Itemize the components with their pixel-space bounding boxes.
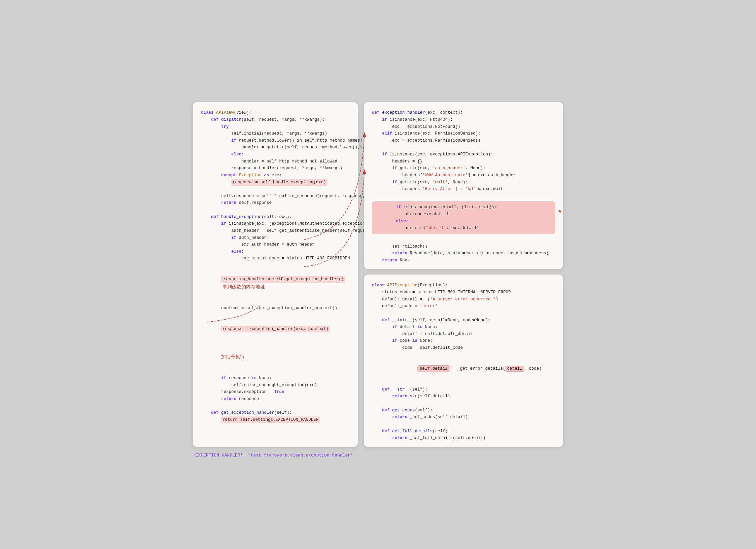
code-line: if request.method.lower() in self.http_m… — [201, 137, 350, 144]
code-line: if response is None: — [201, 375, 350, 382]
code-line: else: — [376, 218, 551, 225]
code-line: ​ — [372, 144, 555, 151]
code-line: class APIView(View): — [201, 109, 350, 116]
code-line: elif isinstance(exc, PermissionDenied): — [372, 130, 555, 137]
code-line: return str(self.detail) — [372, 393, 555, 400]
star-icon: ★ — [558, 205, 562, 217]
code-line: ​ — [201, 312, 350, 319]
code-line: else: — [201, 248, 350, 255]
code-line: ​ — [201, 262, 350, 269]
code-line: auth_header = self.get_authenticate_head… — [201, 227, 350, 234]
code-line: except Exception as exc: — [201, 172, 350, 179]
right-bottom-panel: class APIException(Exception): status_co… — [364, 274, 563, 447]
code-line: exc = exceptions.PermissionDenied() — [372, 137, 555, 144]
code-line: response.exception = True — [201, 389, 350, 396]
annotation-memory: 拿到函数的内存地址 — [221, 284, 265, 289]
left-code-block: class APIView(View): def dispatch(self, … — [201, 109, 350, 423]
code-line: def __init__(self, detail=None, code=Non… — [372, 317, 555, 324]
code-line: headers = {} — [372, 158, 555, 165]
right-bottom-code: class APIException(Exception): status_co… — [372, 282, 555, 441]
code-line: if getattr(exc, 'auth_header', None): — [372, 165, 555, 172]
code-line: context = self.get_exception_handler_con… — [201, 305, 350, 312]
right-top-panel: def exception_handler(exc, context): if … — [364, 102, 563, 269]
code-line: ​ — [372, 236, 555, 243]
code-line: def get_full_details(self): — [372, 428, 555, 435]
code-line: data = exc.detail — [376, 211, 551, 218]
annotation-execute: 加括号执行 — [221, 354, 245, 359]
code-line-highlight-exception: response = self.handle_exception(exc) — [201, 179, 350, 186]
left-panel: class APIView(View): def dispatch(self, … — [193, 102, 358, 447]
code-line: self.raise_uncaught_exception(exc) — [201, 382, 350, 389]
code-line-exception-handler: exception_handler = self.get_exception_h… — [201, 269, 350, 298]
code-line: ​ — [201, 403, 350, 410]
code-line: ​ — [372, 193, 555, 200]
right-top-code: def exception_handler(exc, context): if … — [372, 109, 555, 264]
code-line: exc.auth_header = auth_header — [201, 241, 350, 248]
code-line: detail = self.default_detail — [372, 331, 555, 338]
code-line: ​ — [372, 379, 555, 386]
code-line: def __str__(self): — [372, 386, 555, 393]
code-line: def handle_exception(self, exc): — [201, 214, 350, 221]
code-line: headers['WWW-Authenticate'] = exc.auth_h… — [372, 172, 555, 179]
code-line: def dispatch(self, request, *args, **kwa… — [201, 116, 350, 123]
code-line: handler = getattr(self, request.method.l… — [201, 144, 350, 151]
code-line: headers['Retry-After'] = '%d' % exc.wait — [372, 186, 555, 193]
code-line: if isinstance(exc, exceptions.APIExcepti… — [372, 151, 555, 158]
code-line: def exception_handler(exc, context): — [372, 109, 555, 116]
code-line-self-detail: self.detail = _get_error_details(detail,… — [372, 358, 555, 379]
code-line: if isinstance(exc.detail, (list, dict)): — [376, 204, 551, 211]
right-column: def exception_handler(exc, context): if … — [364, 102, 563, 447]
code-line: status_code = status.HTTP_500_INTERNAL_S… — [372, 289, 555, 296]
self-detail-highlight: self.detail — [417, 365, 450, 372]
detail-highlight: detail — [506, 366, 524, 372]
code-line: ​ — [201, 207, 350, 214]
code-line: ​ — [372, 400, 555, 407]
code-line: self.initial(request, *args, **kwargs) — [201, 130, 350, 137]
code-line: default_detail = _('A server error occur… — [372, 296, 555, 303]
code-line: ​ — [372, 421, 555, 428]
code-line: ​ — [201, 186, 350, 193]
code-line: default_code = 'error' — [372, 303, 555, 310]
code-line: return response — [201, 396, 350, 403]
code-line: set_rollback() — [372, 243, 555, 250]
code-line: response = handler(request, *args, **kwa… — [201, 165, 350, 172]
code-line: class APIException(Exception): — [372, 282, 555, 289]
code-line: if isinstance(exc, (exceptions.NotAuthen… — [201, 220, 350, 227]
code-line: if auth_header: — [201, 234, 350, 242]
code-line: ​ — [372, 352, 555, 359]
code-line: return Response(data, status=exc.status_… — [372, 250, 555, 257]
code-line: try: — [201, 123, 350, 131]
code-line: return _get_full_details(self.detail) — [372, 435, 555, 442]
code-line: if code is None: — [372, 337, 555, 344]
code-line: handler = self.http_method_not_allowed — [201, 158, 350, 165]
code-line: ​ — [372, 310, 555, 317]
code-line: return None — [372, 257, 555, 264]
code-line-return-handler: return self.settings.EXCEPTION_HANDLER — [201, 416, 350, 424]
code-line: self.response = self.finalize_response(r… — [201, 193, 350, 200]
code-line: return _get_codes(self.detail) — [372, 414, 555, 421]
main-container: class APIView(View): def dispatch(self, … — [193, 102, 563, 447]
code-line: data = {'detail': exc.detail} — [376, 225, 551, 232]
code-line: exc.status_code = status.HTTP_403_FORBID… — [201, 255, 350, 262]
code-line: exc = exceptions.NotFound() — [372, 123, 555, 131]
highlight-block: ★ if isinstance(exc.detail, (list, dict)… — [372, 202, 555, 234]
code-line: ​ — [201, 298, 350, 305]
code-line: def get_codes(self): — [372, 407, 555, 414]
code-line: ​ — [201, 368, 350, 375]
code-line: if isinstance(exc, Http404): — [372, 116, 555, 123]
code-line: def get_exception_handler(self): — [201, 409, 350, 416]
code-line: else: — [201, 151, 350, 158]
code-line: if getattr(exc, 'wait', None): — [372, 179, 555, 186]
annotation-execute-line: 加括号执行 — [201, 339, 350, 368]
code-line: if detail is None: — [372, 324, 555, 331]
code-line: code = self.default_code — [372, 344, 555, 352]
exception-handler-setting: 'EXCEPTION_HANDLER': 'rest_framework.vie… — [193, 453, 356, 458]
code-line-response: response = exception_handler(exc, contex… — [201, 319, 350, 339]
code-line: return self.response — [201, 199, 350, 207]
